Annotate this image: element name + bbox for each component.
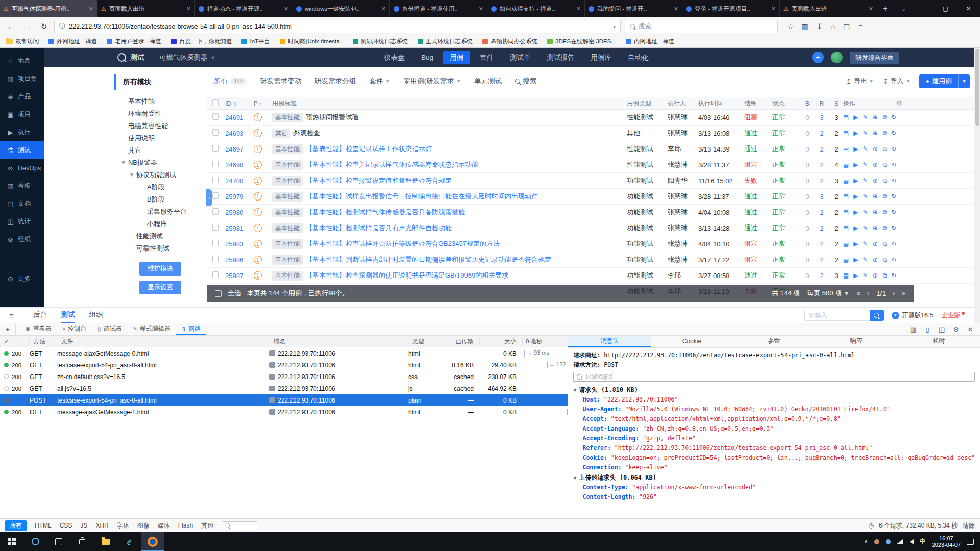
history-icon[interactable]: ↻ <box>891 130 896 137</box>
column-s[interactable]: S <box>829 100 843 107</box>
select-all-checkbox[interactable] <box>212 99 219 106</box>
version-label[interactable]: z 开源版16.5 <box>892 311 934 320</box>
case-title-link[interactable]: 【基本性能】检查探测器的使用说明书是否满足GB/T9969的相关要求 <box>306 271 508 280</box>
edit-icon[interactable]: ✎ <box>863 145 868 153</box>
browse-tab-所有[interactable]: 所有144 <box>214 77 247 86</box>
case-title-link[interactable]: 【基本性能】检查报警设定值和量程是否符合规定 <box>306 176 452 185</box>
tray-shield-icon[interactable] <box>886 539 891 544</box>
workbench-button[interactable]: 研发综合界面 <box>850 52 899 64</box>
row-checkbox[interactable] <box>212 271 219 278</box>
downloads-icon[interactable]: ↧ <box>817 22 823 31</box>
network-signal-icon[interactable] <box>897 539 903 544</box>
header-line[interactable]: Host: "222.212.93.70:11006" <box>573 395 975 405</box>
browse-tab-研发需求分组[interactable]: 研发需求分组 <box>314 77 356 86</box>
clear-requests-button[interactable]: 清除 <box>963 521 975 530</box>
devtool-tab-样式编辑器[interactable]: ✎样式编辑器 <box>128 323 176 335</box>
module-tree-item[interactable]: 其它 <box>114 144 206 157</box>
header-line[interactable]: Accept-Encoding: "gzip, deflate" <box>573 434 975 443</box>
network-request-row[interactable]: 200GETzh-cn.default.css?v=16.5222.212.93… <box>0 371 568 383</box>
devtool-tab-调试器[interactable]: {}调试器 <box>92 323 128 335</box>
topnav-item[interactable]: 自动化 <box>621 51 655 64</box>
copy-icon[interactable]: ⧉ <box>883 145 887 153</box>
bug-icon[interactable]: ⊕ <box>873 193 878 200</box>
copy-icon[interactable]: ⧉ <box>883 177 887 184</box>
sidebar-item-kanban[interactable]: ▥看板 <box>0 177 44 195</box>
sidebar-item-home[interactable]: ⌂地盘 <box>0 52 44 70</box>
run-icon[interactable]: ▶ <box>853 161 858 168</box>
sidebar-item-program[interactable]: ▦项目集 <box>0 70 44 88</box>
store-button[interactable] <box>70 532 94 551</box>
copy-icon[interactable]: ⧉ <box>883 256 887 263</box>
results-icon[interactable]: ▤ <box>843 256 849 263</box>
case-title-link[interactable]: 【基本性能】判断试样内部计时装置的日期偏误差和报警历史记录功能是否符合规定 <box>306 255 551 264</box>
row-checkbox[interactable] <box>212 161 219 167</box>
history-icon[interactable]: ↻ <box>891 193 896 200</box>
bookmark-item[interactable]: 测试环境日志系统 <box>353 38 408 45</box>
library-icon[interactable]: ▥ <box>802 22 808 31</box>
result-count[interactable]: 2 <box>815 177 829 185</box>
column-type[interactable]: 类型 <box>408 338 431 345</box>
run-icon[interactable]: ▶ <box>853 145 858 153</box>
header-line[interactable]: Content-Length: "926" <box>573 492 975 502</box>
case-id-link[interactable]: 24691 <box>225 114 254 121</box>
tab-close-icon[interactable]: ✕ <box>869 6 873 12</box>
sidebar-item-stats[interactable]: ◫统计 <box>0 213 44 231</box>
bookmark-item[interactable]: 时间戳(Unix timesta.. <box>280 38 343 45</box>
filter-字体[interactable]: 字体 <box>117 521 129 530</box>
browser-tab[interactable]: 如何获得支持 - 禅道..✕ <box>487 0 585 17</box>
result-count[interactable]: 2 <box>815 209 829 216</box>
bug-icon[interactable]: ⊕ <box>873 145 878 153</box>
case-title-link[interactable]: 【基本性能】检查并记录试样气体传感器寿命状态指示功能 <box>306 160 478 169</box>
sidebar-icon[interactable]: ▤ <box>843 22 850 31</box>
ie-button[interactable]: e <box>117 532 141 551</box>
copy-icon[interactable]: ⧉ <box>883 193 887 200</box>
tray-app-icon[interactable] <box>874 539 879 544</box>
column-status[interactable]: 状态 <box>772 99 800 108</box>
network-request-row[interactable]: 200GETmessage-ajaxGetMessage-1.html222.2… <box>0 406 568 418</box>
bookmark-item[interactable]: 3DES在线解密 3DES... <box>547 38 616 45</box>
browser-tab[interactable]: 登录 - 禅道开源项目..✕ <box>682 0 780 17</box>
result-count[interactable]: 2 <box>815 145 829 153</box>
headers-section-title[interactable]: ▼请求头 (1.810 KB) <box>573 385 975 395</box>
history-icon[interactable]: ↻ <box>891 224 896 232</box>
responsive-mode-icon[interactable]: ▯ <box>922 325 933 333</box>
result-count[interactable]: 2 <box>815 256 829 264</box>
bottom-tab-测试[interactable]: 测试 <box>61 308 75 323</box>
filter-urls-input[interactable] <box>222 521 257 530</box>
result-count[interactable]: 2 <box>815 224 829 232</box>
details-tab-消息头[interactable]: 消息头 <box>568 336 650 347</box>
browse-tab-研发需求变动[interactable]: 研发需求变动 <box>260 77 301 86</box>
sidebar-item-qa[interactable]: ⚗测试 <box>0 141 44 159</box>
case-id-link[interactable]: 24698 <box>225 161 254 169</box>
details-tab-响应[interactable]: 响应 <box>815 336 897 347</box>
bookmark-item[interactable]: 正式环境日志系统 <box>418 38 473 45</box>
column-pri[interactable]: P ↑ <box>254 100 272 107</box>
twisty-down-icon[interactable]: ▼ <box>573 387 576 393</box>
filter-图像[interactable]: 图像 <box>137 521 150 530</box>
bookmark-star-icon[interactable]: ☆ <box>787 22 794 31</box>
topnav-item[interactable]: 用例库 <box>584 51 618 64</box>
browser-tab[interactable]: ⚠页面载入出错✕ <box>97 0 195 17</box>
results-icon[interactable]: ▤ <box>843 161 849 168</box>
bug-icon[interactable]: ⊕ <box>873 240 878 247</box>
column-title[interactable]: 用例标题 <box>272 99 627 108</box>
home-icon[interactable]: ⌂ <box>831 22 835 31</box>
bug-icon[interactable]: ⊕ <box>873 209 878 216</box>
page-scrollbar[interactable] <box>974 48 980 323</box>
bookmark-item[interactable]: 外网地址 - 禅道 <box>48 38 97 45</box>
results-icon[interactable]: ▤ <box>843 130 849 137</box>
tab-close-icon[interactable]: ✕ <box>186 6 191 12</box>
edit-icon[interactable]: ✎ <box>863 177 868 184</box>
headers-section-title[interactable]: ▼上传的请求头 (0.064 KB) <box>573 472 975 483</box>
column-b[interactable]: B <box>800 100 815 107</box>
input-method-indicator[interactable]: 中 <box>920 537 926 546</box>
results-icon[interactable]: ▤ <box>843 272 849 279</box>
filter-JS[interactable]: JS <box>80 522 87 529</box>
edit-icon[interactable]: ✎ <box>863 209 868 216</box>
pick-element-icon[interactable]: ⌖ <box>0 323 16 335</box>
prev-page-icon[interactable]: ‹ <box>867 290 869 297</box>
case-id-link[interactable]: 25983 <box>225 240 254 248</box>
split-console-icon[interactable]: ▥ <box>908 325 919 333</box>
browser-tab[interactable]: ⚠页面载入出错✕ <box>780 0 877 17</box>
filter-Flash[interactable]: Flash <box>178 522 193 529</box>
